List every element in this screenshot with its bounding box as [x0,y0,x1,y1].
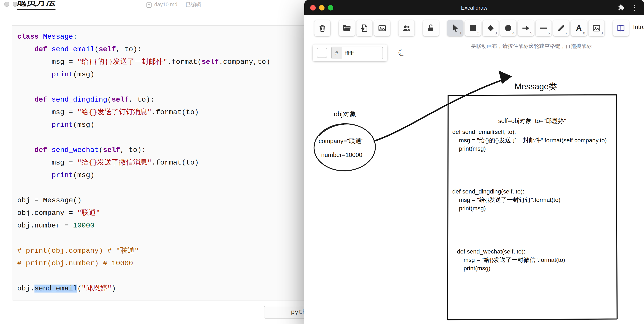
diamond-icon [486,23,495,33]
unlock-icon [426,23,436,33]
ellipse-company-text[interactable]: company="联通" [319,137,364,145]
arrow-icon [521,23,530,33]
zoom-button[interactable] [328,5,333,10]
image-icon [592,23,601,33]
canvas-pan-hint: 要移动画布，请按住鼠标滚轮或空格键，再拖拽鼠标 [447,43,616,50]
hex-color-field: # [331,47,383,59]
tool-shortcut-number: 9 [601,31,603,35]
excalidraw-canvas[interactable]: 1234567A89 要移动画布，请按住鼠标滚轮或空格键，再拖拽鼠标 # ☾ I… [304,15,644,324]
tool-shortcut-number: 8 [583,31,585,35]
window-title-text: day10.md — 已编辑 [154,1,201,8]
box-send-dingding-text[interactable]: def send_dingding(self, to): msg = "给{}发… [452,187,560,212]
tool-group-tools: 1234567A89 [447,20,604,36]
rectangle-icon [468,23,478,33]
cursor-icon [451,23,460,33]
heading-text: 成员方法 [17,1,56,10]
image-export-icon [378,23,387,33]
obj-object-label[interactable]: obj对象 [334,110,356,119]
excalidraw-window: Excalidraw ⋮ 1234567A89 要移动画布，请按住鼠标滚轮或空格… [304,0,644,324]
ellipse-icon [504,23,513,33]
extension-puzzle-icon[interactable] [618,4,625,11]
excalidraw-traffic-lights [310,5,333,10]
excalidraw-title-text: Excalidraw [461,4,488,11]
background-color-picker: # [313,44,387,61]
hex-color-input[interactable] [342,47,382,59]
tool-group-file-ops [339,20,390,36]
tool-diamond-button[interactable]: 3 [482,20,498,36]
library-button[interactable] [613,20,629,36]
keep-tool-active-button[interactable] [423,20,439,36]
tool-selection-button[interactable]: 1 [447,20,463,36]
tool-shortcut-number: 4 [512,31,514,35]
tool-ellipse-button[interactable]: 4 [500,20,516,36]
load-scene-button[interactable] [339,20,355,36]
export-image-button[interactable] [374,20,390,36]
box-send-email-text[interactable]: def send_email(self, to): msg = "给{}的{}发… [452,128,607,153]
tool-draw-button[interactable]: 7 [553,20,569,36]
tool-rectangle-button[interactable]: 2 [465,20,481,36]
tool-group-library [613,20,629,36]
trash-icon [318,23,327,33]
box-send-wechat-text[interactable]: def send_wechat(self, to): msg = "给{}发送了… [457,247,565,272]
text-icon: A [576,23,582,33]
tool-shortcut-number: 2 [477,31,479,35]
tool-line-button[interactable]: 6 [536,20,552,36]
book-icon [616,23,626,33]
tool-shortcut-number: 5 [530,31,532,35]
toolbar: 1234567A89 [314,20,629,36]
draw-icon [556,23,566,33]
tool-group-collaboration [398,20,414,36]
file-export-icon [360,23,369,33]
tool-group-lock [423,20,439,36]
tool-shortcut-number: 1 [460,31,462,35]
close-button[interactable] [310,5,316,10]
folder-icon [342,23,352,33]
object-ellipse-sketch-stroke [319,124,354,136]
collaborators-button[interactable] [398,20,414,36]
clear-canvas-button[interactable] [314,20,330,36]
arrow-head [498,70,512,84]
object-ellipse [313,123,376,172]
dark-mode-toggle[interactable]: ☾ [394,44,410,61]
tool-shortcut-number: 7 [566,31,568,35]
top-right-partial-text[interactable]: Intro [633,23,644,30]
users-icon [402,23,411,33]
excalidraw-titlebar[interactable]: Excalidraw ⋮ [304,0,644,15]
close-button[interactable] [4,2,9,7]
document-version-icon [146,2,152,8]
tool-group-canvas-actions [314,20,330,36]
titlebar-right-icons: ⋮ [618,0,638,15]
tool-image-button[interactable]: 9 [588,20,604,36]
line-icon [539,23,548,33]
tool-shortcut-number: 3 [495,31,497,35]
minimize-button[interactable] [319,5,324,10]
partial-heading: 成员方法 [17,1,56,12]
message-class-label[interactable]: Message类 [514,81,557,92]
tool-shortcut-number: 6 [548,31,550,35]
moon-icon: ☾ [396,47,407,58]
ellipse-number-text[interactable]: number=10000 [321,152,362,158]
drawing-layer [304,15,644,324]
tool-text-button[interactable]: A8 [571,20,587,36]
editor-window-title: day10.md — 已编辑 [146,1,201,8]
screen: day10.md — 已编辑 成员方法 class Message: def s… [0,0,644,324]
box-header-text[interactable]: self=obj对象 to="邱恩婷" [447,117,617,125]
hex-prefix-label: # [332,47,342,59]
window-menu-icon[interactable]: ⋮ [631,4,638,11]
export-scene-button[interactable] [356,20,372,36]
tool-arrow-button[interactable]: 5 [518,20,534,36]
canvas-background-swatch[interactable] [317,48,327,58]
